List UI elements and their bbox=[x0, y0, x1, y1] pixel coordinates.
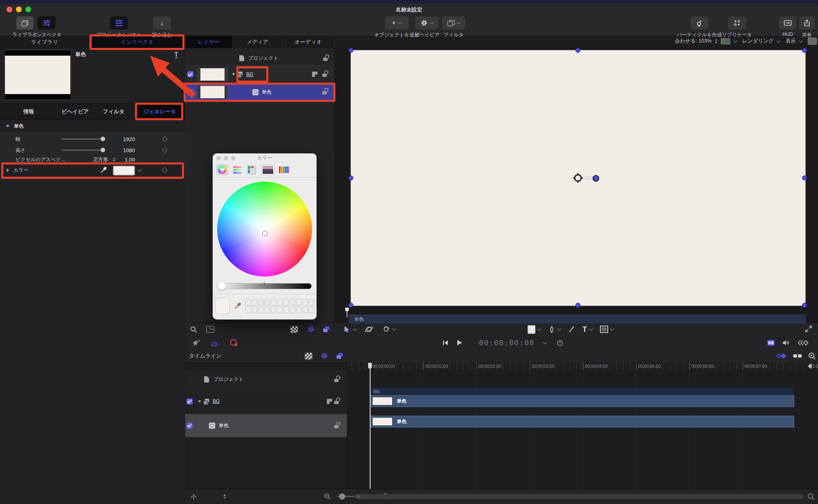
checkbox[interactable] bbox=[187, 398, 193, 405]
search-icon[interactable] bbox=[190, 326, 197, 333]
swatch-grid[interactable] bbox=[245, 299, 314, 313]
hud-button[interactable]: HUD bbox=[779, 16, 796, 37]
layers-icon[interactable] bbox=[336, 353, 343, 359]
color-image-tab[interactable] bbox=[262, 165, 274, 175]
replicator-button[interactable]: リプリケータ bbox=[722, 16, 752, 38]
layer-name[interactable]: 単色 bbox=[219, 422, 229, 429]
pen-tool-icon[interactable] bbox=[548, 326, 555, 333]
make-particles-button[interactable]: パーティクルを作成 bbox=[677, 16, 722, 38]
layer-name[interactable]: 単色 bbox=[262, 89, 272, 96]
project-panel-button[interactable]: プロジェクトパネル bbox=[97, 16, 142, 38]
blend-icon[interactable] bbox=[327, 399, 332, 404]
width-value[interactable]: 1920 bbox=[123, 136, 135, 142]
gear-icon[interactable] bbox=[307, 326, 315, 333]
checkerboard-icon[interactable] bbox=[290, 326, 298, 333]
share-button[interactable]: 共有 bbox=[799, 16, 815, 38]
group-name[interactable]: BG bbox=[213, 398, 220, 404]
color-palette-tab[interactable] bbox=[247, 165, 257, 174]
close-button[interactable] bbox=[7, 7, 12, 12]
brightness-slider[interactable] bbox=[218, 283, 312, 289]
height-slider[interactable] bbox=[61, 150, 106, 151]
import-button[interactable]: ↓ 読み込む bbox=[152, 16, 172, 38]
track-size-stepper[interactable] bbox=[223, 494, 226, 499]
handle[interactable] bbox=[802, 176, 807, 180]
disclosure-triangle-icon[interactable] bbox=[198, 400, 201, 402]
lock-icon[interactable] bbox=[321, 88, 329, 95]
current-color-well[interactable] bbox=[215, 298, 230, 314]
color-wheel[interactable] bbox=[217, 182, 312, 277]
zoom-button[interactable] bbox=[25, 7, 31, 12]
pixel-aspect-stepper[interactable] bbox=[113, 158, 115, 162]
minimize-button[interactable] bbox=[16, 7, 22, 12]
speaker-icon[interactable] bbox=[782, 340, 790, 346]
color-pencils-tab[interactable] bbox=[279, 166, 289, 173]
timeline-ruler[interactable]: 00:00:00:00 00:00:01:00 00:00:02:00 00:0… bbox=[347, 362, 818, 371]
color-window-titlebar[interactable]: カラー bbox=[213, 153, 317, 162]
handle[interactable] bbox=[575, 303, 580, 308]
timecode-display[interactable]: 00:00:00:00 bbox=[479, 338, 535, 347]
record-icon[interactable] bbox=[229, 339, 238, 347]
playhead-flag-icon[interactable] bbox=[344, 307, 350, 318]
handle[interactable] bbox=[348, 48, 353, 53]
keyframe-diamond-icon[interactable] bbox=[162, 147, 168, 153]
view-menu[interactable]: 表示 bbox=[786, 38, 796, 45]
tab-layers[interactable]: レイヤー bbox=[185, 36, 233, 48]
handle[interactable] bbox=[802, 48, 807, 53]
color-well[interactable] bbox=[113, 166, 135, 176]
tab-properties[interactable]: 情報 bbox=[0, 104, 58, 119]
hand-tool-icon[interactable] bbox=[382, 326, 390, 333]
color-wheel-tab[interactable] bbox=[216, 164, 228, 176]
cursor-tool-icon[interactable] bbox=[344, 326, 350, 333]
timeline-bar-group[interactable]: BG bbox=[370, 388, 793, 395]
pixel-aspect-select[interactable]: 正方形 bbox=[93, 156, 108, 163]
chevron-down-icon[interactable] bbox=[353, 327, 357, 331]
zoom-out-icon[interactable] bbox=[324, 493, 331, 500]
chevron-down-icon[interactable] bbox=[557, 327, 562, 331]
chevron-down-icon[interactable] bbox=[610, 327, 614, 331]
lock-icon[interactable] bbox=[321, 70, 329, 78]
layers-group-row-bg[interactable]: BG bbox=[185, 65, 334, 83]
handle[interactable] bbox=[348, 176, 353, 180]
handle[interactable] bbox=[575, 48, 580, 53]
tab-filters[interactable]: フィルタ bbox=[93, 104, 135, 119]
disclosure-triangle-icon[interactable] bbox=[232, 73, 235, 75]
keyframe-diamond-icon[interactable] bbox=[162, 167, 168, 173]
chevron-down-icon[interactable] bbox=[537, 327, 542, 331]
orbit-tool-icon[interactable] bbox=[364, 325, 373, 333]
timeline-playhead-flag[interactable] bbox=[367, 362, 373, 371]
color-thumb-icon[interactable] bbox=[721, 38, 730, 45]
timeline-playhead-line[interactable] bbox=[370, 364, 371, 489]
timeline-scrollbar[interactable] bbox=[355, 494, 804, 499]
anchor-point-icon[interactable] bbox=[573, 173, 583, 183]
group-name[interactable]: BG bbox=[246, 72, 253, 77]
lock-icon[interactable] bbox=[333, 398, 341, 405]
width-slider[interactable] bbox=[61, 139, 106, 140]
animation-keyframes-icon[interactable] bbox=[776, 353, 787, 359]
checkerboard-icon[interactable] bbox=[305, 353, 312, 360]
handle[interactable] bbox=[802, 303, 807, 308]
tab-media[interactable]: メディア bbox=[233, 36, 283, 48]
behaviors-button[interactable]: ビヘイビア bbox=[414, 16, 439, 38]
timeline-project-row[interactable]: プロジェクト bbox=[185, 370, 347, 389]
timer-icon[interactable] bbox=[556, 339, 564, 346]
snap-icon[interactable] bbox=[793, 353, 802, 359]
mask-tool-icon[interactable] bbox=[600, 326, 608, 333]
film-icon[interactable] bbox=[767, 340, 775, 346]
keyframe-diamond-icon[interactable] bbox=[162, 136, 168, 142]
display-panel-icon[interactable] bbox=[808, 38, 817, 45]
timeline-group-row-bg[interactable]: BG bbox=[185, 389, 347, 414]
lock-icon[interactable] bbox=[322, 54, 330, 62]
loop-icon[interactable] bbox=[211, 339, 220, 346]
color-sliders-tab[interactable] bbox=[233, 165, 242, 175]
tab-audio[interactable]: オーディオ bbox=[283, 36, 334, 48]
rect-tool-icon[interactable] bbox=[528, 325, 535, 334]
rotation-handle[interactable] bbox=[593, 175, 599, 182]
handle[interactable] bbox=[348, 303, 353, 308]
chevron-down-icon[interactable] bbox=[543, 340, 547, 344]
add-object-button[interactable]: + オブジェクトを追加 bbox=[374, 16, 419, 38]
layers-layer-row-solid[interactable]: 単色 bbox=[185, 83, 334, 101]
height-value[interactable]: 1080 bbox=[123, 147, 135, 153]
tab-behaviors[interactable]: ビヘイビア bbox=[58, 104, 93, 119]
zoom-to-playhead-icon[interactable] bbox=[808, 352, 816, 360]
layers-project-row[interactable]: プロジェクト bbox=[185, 51, 334, 65]
